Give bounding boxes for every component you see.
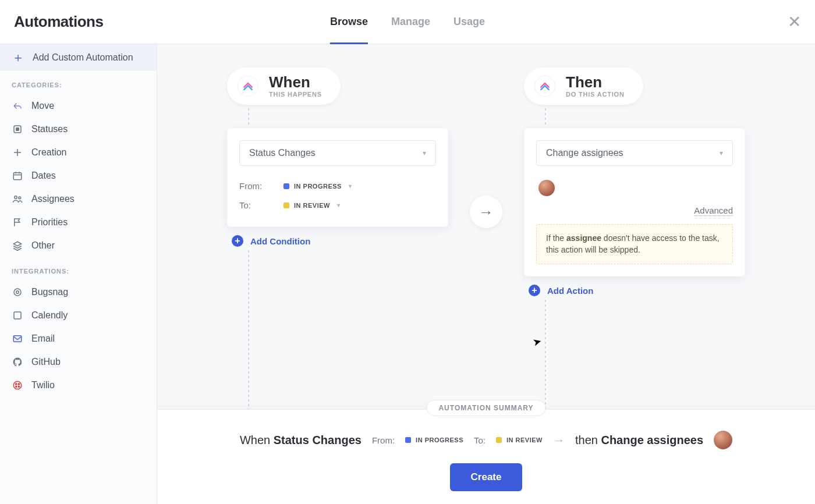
then-column: Then DO THIS ACTION Change assignees ▾ A… [524,68,745,431]
summary-to-status: IN REVIEW [506,436,543,443]
header: Automations Browse Manage Usage ✕ [0,0,815,44]
email-icon [12,333,23,345]
svg-rect-1 [16,128,19,131]
status-color-icon [496,437,502,443]
chevron-down-icon: ▾ [349,183,352,189]
chevron-down-icon: ▾ [337,202,341,208]
add-custom-automation-button[interactable]: ＋ Add Custom Automation [0,44,157,71]
trigger-card: Status Changes ▾ From: IN PROGRESS ▾ To: [227,128,448,227]
svg-point-9 [13,381,22,389]
tab-browse[interactable]: Browse [330,0,368,44]
action-select[interactable]: Change assignees ▾ [536,140,733,166]
svg-point-6 [16,291,19,294]
sidebar-item-label: Creation [31,147,66,158]
status-color-icon [405,437,411,443]
sidebar-item-assignees[interactable]: Assignees [0,187,157,211]
sidebar-item-label: Move [31,101,54,111]
plus-icon: ＋ [12,51,24,64]
bugsnag-icon [12,286,23,298]
sidebar-item-label: Email [31,333,55,344]
tab-usage[interactable]: Usage [453,0,485,44]
warning-message: If the assignee doesn't have access to t… [536,224,733,264]
close-icon[interactable]: ✕ [788,14,801,30]
when-title: When [269,74,322,90]
chevron-down-icon: ▾ [423,149,426,157]
trigger-value: Status Changes [249,148,316,158]
to-status-chip[interactable]: IN REVIEW ▾ [284,202,340,209]
svg-point-5 [14,289,21,296]
sidebar-item-label: Assignees [31,194,75,204]
sidebar-item-move[interactable]: Move [0,94,157,118]
sidebar-item-creation[interactable]: Creation [0,141,157,164]
add-custom-label: Add Custom Automation [33,52,133,63]
layers-icon [12,240,23,251]
svg-point-11 [18,384,19,385]
svg-rect-8 [13,336,22,342]
twilio-icon [12,379,23,391]
then-subtitle: DO THIS ACTION [566,91,625,98]
summary-from-status: IN PROGRESS [416,436,463,443]
svg-point-13 [18,386,19,387]
then-header: Then DO THIS ACTION [524,68,643,105]
advanced-link[interactable]: Advanced [536,205,733,216]
svg-point-4 [19,197,21,199]
to-status-value: IN REVIEW [294,202,330,209]
people-icon [12,193,23,205]
summary-to-label: To: [474,435,486,445]
sidebar-item-twilio[interactable]: Twilio [0,374,157,397]
sidebar-item-label: Twilio [31,380,55,391]
tabs: Browse Manage Usage [330,0,485,44]
sidebar: ＋ Add Custom Automation CATEGORIES: Move… [0,44,157,504]
create-button[interactable]: Create [450,463,523,491]
when-column: When THIS HAPPENS Status Changes ▾ From: [227,68,448,431]
flag-icon [12,216,23,228]
plus-circle-icon: + [232,235,243,247]
summary-bar: AUTOMATION SUMMARY When Status Changes F… [157,409,815,504]
sidebar-item-label: GitHub [31,357,61,367]
builder-canvas: When THIS HAPPENS Status Changes ▾ From: [157,44,815,504]
advanced-label: Advanced [694,205,733,216]
summary-line: When Status Changes From: IN PROGRESS To… [192,431,780,449]
add-action-button[interactable]: + Add Action [524,285,745,296]
svg-rect-2 [13,173,22,180]
integrations-heading: INTEGRATIONS: [0,257,157,281]
status-color-icon [284,183,289,189]
assignee-avatar[interactable] [538,180,555,196]
calendar-icon [12,170,23,182]
sidebar-item-github[interactable]: GitHub [0,350,157,374]
create-label: Create [471,471,502,482]
to-label: To: [239,200,268,210]
status-color-icon [284,203,289,208]
summary-badge: AUTOMATION SUMMARY [426,400,545,416]
plus-circle-icon: + [529,285,540,296]
summary-assignee-avatar [714,431,732,449]
sidebar-item-label: Calendly [31,310,68,321]
svg-point-10 [16,384,17,385]
sidebar-item-dates[interactable]: Dates [0,164,157,187]
flow-arrow-icon: → [470,196,502,228]
sidebar-item-label: Statuses [31,124,68,134]
sidebar-item-other[interactable]: Other [0,234,157,257]
action-card: Change assignees ▾ Advanced If the assig… [524,128,745,276]
sidebar-item-email[interactable]: Email [0,327,157,350]
calendly-icon [12,310,23,321]
tab-manage[interactable]: Manage [391,0,430,44]
svg-point-12 [16,386,17,387]
sidebar-item-label: Bugsnag [31,287,68,297]
sidebar-item-statuses[interactable]: Statuses [0,118,157,141]
sidebar-item-calendly[interactable]: Calendly [0,304,157,327]
add-condition-button[interactable]: + Add Condition [227,235,448,247]
when-subtitle: THIS HAPPENS [269,91,322,98]
from-status-value: IN PROGRESS [294,183,342,190]
app-logo-icon [534,76,555,97]
from-status-chip[interactable]: IN PROGRESS ▾ [284,183,352,190]
action-value: Change assignees [546,148,623,158]
move-icon [12,100,23,112]
sidebar-item-bugsnag[interactable]: Bugsnag [0,281,157,304]
trigger-select[interactable]: Status Changes ▾ [239,140,436,166]
sidebar-item-priorities[interactable]: Priorities [0,211,157,234]
page-title: Automations [14,13,103,31]
svg-point-3 [15,196,17,199]
then-title: Then [566,74,625,90]
sidebar-item-label: Dates [31,171,56,181]
